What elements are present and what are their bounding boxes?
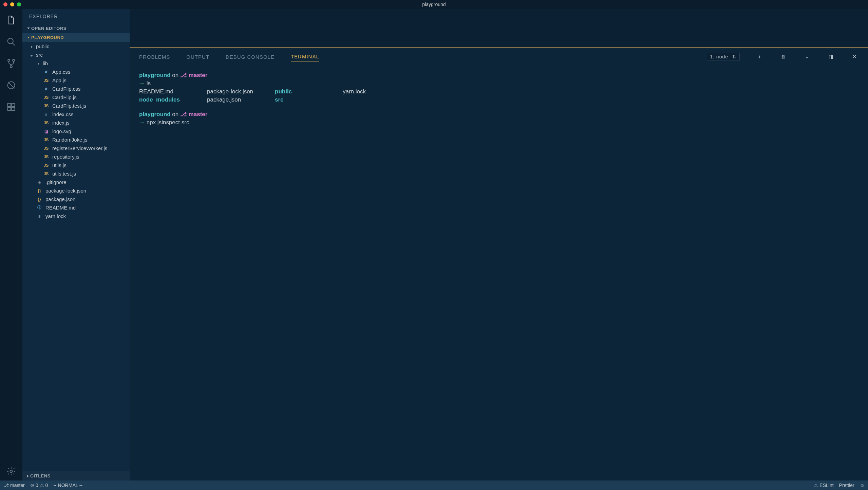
chevron-right-icon bbox=[27, 475, 29, 477]
git-branch-icon: ⎇ bbox=[180, 111, 187, 117]
file-name: index.js bbox=[52, 120, 70, 126]
close-window-button[interactable] bbox=[3, 2, 7, 6]
ls-entry: package.json bbox=[207, 96, 275, 104]
file-row[interactable]: JSRandomJoke.js bbox=[22, 135, 130, 144]
folder-row[interactable]: public bbox=[22, 42, 130, 51]
file-icon: JS bbox=[43, 171, 50, 176]
file-row[interactable]: ◪logo.svg bbox=[22, 127, 130, 135]
ls-entry: yarn.lock bbox=[343, 88, 411, 96]
term-cwd: playground bbox=[139, 111, 171, 117]
tab-terminal[interactable]: TERMINAL bbox=[291, 52, 319, 61]
gitlens-section[interactable]: GITLENS bbox=[22, 471, 130, 480]
file-row[interactable]: #App.css bbox=[22, 68, 130, 76]
file-row[interactable]: ◈.gitignore bbox=[22, 178, 130, 186]
file-row[interactable]: JSregisterServiceWorker.js bbox=[22, 144, 130, 152]
svg-rect-8 bbox=[12, 107, 15, 110]
git-branch-icon: ⎇ bbox=[3, 483, 9, 488]
file-icon: ◪ bbox=[43, 129, 50, 134]
panel-tabs: PROBLEMS OUTPUT DEBUG CONSOLE TERMINAL 1… bbox=[130, 48, 868, 65]
file-icon: {} bbox=[36, 197, 43, 202]
minimize-window-button[interactable] bbox=[10, 2, 14, 6]
file-name: utils.test.js bbox=[52, 171, 76, 177]
close-panel-icon[interactable]: ✕ bbox=[851, 54, 858, 60]
svg-point-2 bbox=[13, 59, 15, 61]
folder-name: lib bbox=[43, 60, 48, 66]
terminal-shell-select[interactable]: 1: node ⇅ bbox=[707, 53, 740, 60]
extensions-icon[interactable] bbox=[6, 102, 16, 112]
file-row[interactable]: #CardFlip.css bbox=[22, 85, 130, 93]
file-name: README.md bbox=[45, 205, 76, 211]
file-row[interactable]: JSCardFlip.js bbox=[22, 93, 130, 102]
file-row[interactable]: {}package.json bbox=[22, 195, 130, 203]
new-terminal-icon[interactable]: ＋ bbox=[756, 54, 763, 60]
panel-maximize-icon[interactable]: ◨ bbox=[827, 54, 835, 60]
file-name: CardFlip.js bbox=[52, 94, 77, 100]
prompt-arrow-icon: → bbox=[139, 119, 145, 126]
file-row[interactable]: JSCardFlip.test.js bbox=[22, 102, 130, 110]
status-branch[interactable]: ⎇ master bbox=[3, 483, 25, 488]
tab-output[interactable]: OUTPUT bbox=[186, 53, 209, 61]
file-icon: JS bbox=[43, 78, 50, 83]
editor-canvas: PROBLEMS OUTPUT DEBUG CONSOLE TERMINAL 1… bbox=[130, 9, 868, 480]
chevron-down-icon[interactable]: ⌄ bbox=[804, 54, 811, 60]
shell-select-value: 1: node bbox=[710, 54, 728, 59]
status-vim-mode: -- NORMAL -- bbox=[53, 483, 82, 488]
warning-icon: ⚠ bbox=[814, 483, 818, 488]
tab-debug-console[interactable]: DEBUG CONSOLE bbox=[226, 53, 275, 61]
file-row[interactable]: JSApp.js bbox=[22, 76, 130, 85]
file-row[interactable]: ⓘREADME.md bbox=[22, 203, 130, 212]
folder-row[interactable]: lib bbox=[22, 59, 130, 68]
svg-point-3 bbox=[10, 66, 12, 68]
status-problems[interactable]: ⊘ 0 ⚠ 0 bbox=[30, 483, 48, 488]
term-branch: master bbox=[189, 72, 208, 78]
file-name: package-lock.json bbox=[45, 188, 86, 194]
file-icon: JS bbox=[43, 138, 50, 142]
open-editors-section[interactable]: OPEN EDITORS bbox=[22, 24, 130, 33]
file-row[interactable]: {}package-lock.json bbox=[22, 186, 130, 195]
tab-problems[interactable]: PROBLEMS bbox=[139, 53, 170, 61]
status-prettier[interactable]: Prettier bbox=[839, 483, 854, 488]
explorer-sidebar: EXPLORER OPEN EDITORS PLAYGROUND publics… bbox=[22, 9, 130, 480]
debug-icon[interactable] bbox=[6, 80, 16, 90]
select-caret-icon: ⇅ bbox=[732, 54, 737, 59]
feedback-icon[interactable]: ☺ bbox=[860, 483, 865, 488]
bottom-panel: PROBLEMS OUTPUT DEBUG CONSOLE TERMINAL 1… bbox=[130, 48, 868, 480]
file-icon: ⓘ bbox=[36, 205, 43, 211]
file-name: repository.js bbox=[52, 154, 79, 160]
file-row[interactable]: JSutils.js bbox=[22, 161, 130, 169]
term-cwd: playground bbox=[139, 72, 171, 78]
file-icon: JS bbox=[43, 104, 50, 108]
file-row[interactable]: JSutils.test.js bbox=[22, 169, 130, 178]
status-eslint-label: ESLint bbox=[819, 483, 833, 488]
search-icon[interactable] bbox=[6, 37, 16, 47]
file-icon: ▮ bbox=[36, 214, 43, 219]
file-icon: # bbox=[43, 112, 50, 117]
chevron-down-icon bbox=[27, 28, 30, 29]
file-name: RandomJoke.js bbox=[52, 137, 87, 143]
git-branch-icon: ⎇ bbox=[180, 72, 187, 78]
file-row[interactable]: JSindex.js bbox=[22, 119, 130, 127]
file-name: .gitignore bbox=[45, 179, 67, 185]
gear-icon[interactable] bbox=[6, 466, 16, 476]
svg-rect-7 bbox=[8, 107, 11, 110]
folder-row[interactable]: src bbox=[22, 51, 130, 59]
explorer-icon[interactable] bbox=[6, 15, 16, 25]
chevron-right-icon bbox=[38, 62, 39, 65]
workspace-section[interactable]: PLAYGROUND bbox=[22, 33, 130, 42]
file-row[interactable]: ▮yarn.lock bbox=[22, 212, 130, 220]
kill-terminal-icon[interactable]: 🗑 bbox=[780, 54, 787, 60]
file-row[interactable]: #index.css bbox=[22, 110, 130, 119]
file-name: CardFlip.test.js bbox=[52, 103, 86, 109]
svg-point-9 bbox=[10, 470, 13, 473]
status-eslint[interactable]: ⚠ ESLint bbox=[814, 483, 833, 488]
file-name: yarn.lock bbox=[45, 213, 66, 219]
file-icon: ◈ bbox=[36, 180, 43, 185]
file-row[interactable]: JSrepository.js bbox=[22, 152, 130, 161]
term-branch: master bbox=[189, 111, 208, 117]
maximize-window-button[interactable] bbox=[17, 2, 21, 6]
activity-bar bbox=[0, 9, 22, 480]
terminal-content[interactable]: playground on ⎇ master → ls README.md pa… bbox=[130, 65, 868, 480]
source-control-icon[interactable] bbox=[6, 58, 16, 69]
file-icon: # bbox=[43, 70, 50, 74]
error-icon: ⊘ bbox=[30, 483, 34, 488]
